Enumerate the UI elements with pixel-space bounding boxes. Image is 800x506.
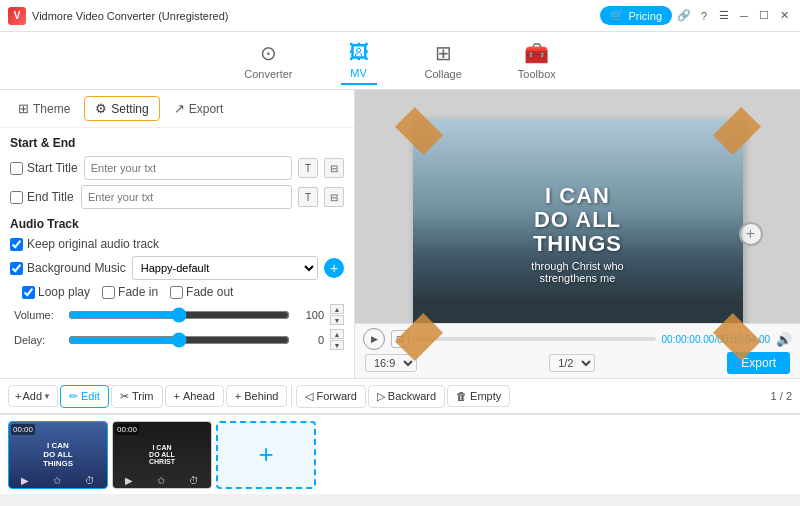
film-timestamp-2: 00:00 — [115, 424, 139, 435]
start-title-checkbox[interactable] — [10, 162, 23, 175]
empty-button[interactable]: 🗑 Empty — [447, 385, 510, 407]
film-thumb-2-inner: I CANDO ALLCHRIST 00:00 ▶ ✩ ⏱ — [113, 422, 211, 488]
maximize-button[interactable]: ☐ — [756, 8, 772, 24]
fade-out-checkbox[interactable] — [170, 286, 183, 299]
film-star-2[interactable]: ✩ — [157, 475, 165, 486]
tab-toolbox[interactable]: 🧰 Toolbox — [510, 37, 564, 84]
panel-tabs: ⊞ Theme ⚙ Setting ↗ Export — [0, 90, 354, 128]
main-content: ⊞ Theme ⚙ Setting ↗ Export Start & End S… — [0, 90, 800, 378]
start-title-align-btn[interactable]: ⊟ — [324, 158, 344, 178]
end-title-checkbox[interactable] — [10, 191, 23, 204]
close-button[interactable]: ✕ — [776, 8, 792, 24]
end-title-font-btn[interactable]: T — [298, 187, 318, 207]
background-music-checkbox[interactable] — [10, 262, 23, 275]
loop-play-check[interactable]: Loop play — [22, 285, 90, 299]
film-star-1[interactable]: ✩ — [53, 475, 61, 486]
converter-icon: ⊙ — [260, 41, 277, 65]
app-icon: V — [8, 7, 26, 25]
volume-label: Volume: — [14, 309, 62, 321]
help-icon-btn[interactable]: ? — [696, 8, 712, 24]
loop-play-checkbox[interactable] — [22, 286, 35, 299]
theme-icon: ⊞ — [18, 101, 29, 116]
filmstrip-add-button[interactable]: + — [216, 421, 316, 489]
slide-count-select[interactable]: 1/2 — [549, 354, 595, 372]
keep-original-checkbox[interactable] — [10, 238, 23, 251]
plus-icon: + — [15, 390, 21, 402]
start-title-check[interactable]: Start Title — [10, 161, 78, 175]
audio-track-title: Audio Track — [10, 217, 344, 231]
titlebar-right: 🛒 Pricing 🔗 ? ☰ ─ ☐ ✕ — [600, 6, 792, 25]
preview-sub-text: through Christ whostrengthens me — [531, 260, 623, 284]
volume-slider[interactable] — [68, 307, 290, 323]
add-dropdown-button[interactable]: + Add ▼ — [8, 385, 58, 407]
keep-original-check[interactable]: Keep original audio track — [10, 237, 159, 251]
add-music-button[interactable]: + — [324, 258, 344, 278]
fade-out-check[interactable]: Fade out — [170, 285, 233, 299]
panel-tab-theme[interactable]: ⊞ Theme — [8, 97, 80, 120]
fade-in-checkbox[interactable] — [102, 286, 115, 299]
film-thumb-2[interactable]: I CANDO ALLCHRIST 00:00 ▶ ✩ ⏱ — [112, 421, 212, 489]
start-title-label: Start Title — [27, 161, 78, 175]
delay-up-btn[interactable]: ▲ — [330, 329, 344, 339]
backward-button[interactable]: ▷ Backward — [368, 385, 445, 408]
end-title-input[interactable] — [81, 185, 292, 209]
nav-tabs: ⊙ Converter 🖼 MV ⊞ Collage 🧰 Toolbox — [0, 32, 800, 90]
end-title-check[interactable]: End Title — [10, 190, 75, 204]
forward-button[interactable]: ◁ Forward — [296, 385, 365, 408]
ahead-button[interactable]: + Ahead — [165, 385, 224, 407]
pricing-button[interactable]: 🛒 Pricing — [600, 6, 672, 25]
background-music-check[interactable]: Background Music — [10, 261, 126, 275]
preview-add-btn[interactable]: + — [739, 222, 763, 246]
panel-tab-setting[interactable]: ⚙ Setting — [84, 96, 159, 121]
minimize-button[interactable]: ─ — [736, 8, 752, 24]
cart-icon: 🛒 — [610, 9, 624, 22]
volume-up-btn[interactable]: ▲ — [330, 304, 344, 314]
background-music-row: Background Music Happy-default Romantic … — [10, 256, 344, 280]
panel-tab-export[interactable]: ↗ Export — [164, 97, 234, 120]
tab-mv[interactable]: 🖼 MV — [341, 37, 377, 85]
forward-icon: ◁ — [305, 390, 313, 403]
end-title-align-btn[interactable]: ⊟ — [324, 187, 344, 207]
page-indicator: 1 / 2 — [771, 390, 792, 402]
end-title-row: End Title T ⊟ — [10, 185, 344, 209]
preview-main-text: I CANDO ALLTHINGS — [531, 184, 623, 257]
volume-icon-btn[interactable]: 🔊 — [776, 332, 792, 347]
trim-icon: ✂ — [120, 390, 129, 403]
behind-button[interactable]: + Behind — [226, 385, 288, 407]
start-title-input[interactable] — [84, 156, 292, 180]
fade-out-label: Fade out — [186, 285, 233, 299]
delay-label: Delay: — [14, 334, 62, 346]
volume-down-btn[interactable]: ▼ — [330, 315, 344, 325]
progress-bar[interactable] — [415, 337, 656, 341]
export-icon: ↗ — [174, 101, 185, 116]
delay-spinners: ▲ ▼ — [330, 329, 344, 350]
film-thumb-1-inner: I CANDO ALLTHINGS 00:00 ▶ ✩ ⏱ — [9, 422, 107, 488]
preview-frame: I CANDO ALLTHINGS through Christ whostre… — [413, 119, 743, 349]
film-play-2[interactable]: ▶ — [125, 475, 133, 486]
delay-slider[interactable] — [68, 332, 290, 348]
delay-row: Delay: 0 ▲ ▼ — [14, 329, 344, 350]
filmstrip: I CANDO ALLTHINGS 00:00 ▶ ✩ ⏱ I CANDO AL… — [0, 414, 800, 494]
trash-icon: 🗑 — [456, 390, 467, 402]
start-title-font-btn[interactable]: T — [298, 158, 318, 178]
film-clock-2[interactable]: ⏱ — [189, 475, 199, 486]
delay-down-btn[interactable]: ▼ — [330, 340, 344, 350]
film-clock-1[interactable]: ⏱ — [85, 475, 95, 486]
trim-button[interactable]: ✂ Trim — [111, 385, 163, 408]
fade-in-check[interactable]: Fade in — [102, 285, 158, 299]
keep-original-label: Keep original audio track — [27, 237, 159, 251]
aspect-ratio-select[interactable]: 16:9 4:3 1:1 — [365, 354, 417, 372]
play-button[interactable]: ▶ — [363, 328, 385, 350]
music-dropdown[interactable]: Happy-default Romantic Energetic Calm — [132, 256, 318, 280]
toolbar-separator — [291, 386, 292, 406]
menu-icon-btn[interactable]: ☰ — [716, 8, 732, 24]
tab-mv-label: MV — [350, 67, 367, 79]
tab-collage[interactable]: ⊞ Collage — [417, 37, 470, 84]
film-thumb-1[interactable]: I CANDO ALLTHINGS 00:00 ▶ ✩ ⏱ — [8, 421, 108, 489]
film-controls-1: ▶ ✩ ⏱ — [9, 475, 107, 486]
keep-original-row: Keep original audio track — [10, 237, 344, 251]
tab-converter[interactable]: ⊙ Converter — [236, 37, 300, 84]
link-icon-btn[interactable]: 🔗 — [676, 8, 692, 24]
film-play-1[interactable]: ▶ — [21, 475, 29, 486]
edit-button[interactable]: ✏ Edit — [60, 385, 109, 408]
